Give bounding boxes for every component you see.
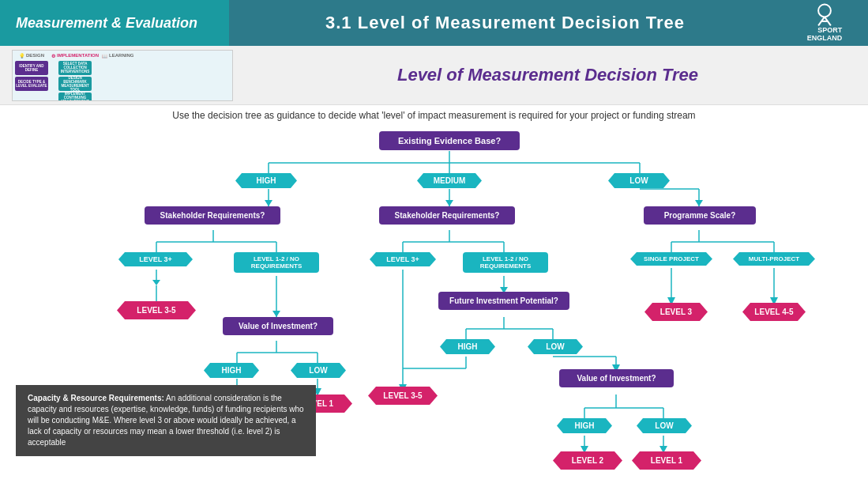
phase-impl: ⚙ IMPLEMENTATION bbox=[51, 53, 99, 59]
svg-marker-72 bbox=[659, 446, 667, 451]
node-low-mid: LOW bbox=[528, 339, 583, 354]
node-high-mid: HIGH bbox=[440, 339, 495, 354]
node-high-right: HIGH bbox=[557, 418, 612, 433]
node-high: HIGH bbox=[235, 173, 297, 188]
logo-icon bbox=[809, 3, 840, 27]
svg-marker-13 bbox=[445, 200, 453, 206]
nav-box-1: IDENTIFY AND DEFINE bbox=[15, 61, 48, 75]
svg-marker-23 bbox=[152, 280, 160, 285]
node-future-invest: Future Investment Potential? bbox=[438, 292, 569, 310]
header-right: SPORT ENGLAND bbox=[781, 0, 868, 46]
header-title: Measurement & Evaluation bbox=[16, 15, 197, 32]
node-single-project: SINGLE PROJECT bbox=[630, 252, 712, 266]
node-high-left: HIGH bbox=[204, 363, 259, 378]
phase-design: 💡 DESIGN bbox=[19, 53, 44, 59]
node-low: LOW bbox=[608, 173, 670, 188]
page-title: Level of Measurement Decision Tree bbox=[397, 65, 698, 85]
node-level3plus-mid: LEVEL 3+ bbox=[370, 252, 436, 266]
logo-text: SPORT ENGLAND bbox=[807, 27, 843, 43]
node-multi-project: MULTI-PROJECT bbox=[733, 252, 815, 266]
header-center: 3.1 Level of Measurement Decision Tree bbox=[229, 0, 781, 46]
nav-thumbnail: 💡 DESIGN IDENTIFY AND DEFINE DECIDE TYPE… bbox=[12, 50, 233, 101]
node-level3plus-left: LEVEL 3+ bbox=[118, 252, 193, 266]
svg-point-0 bbox=[818, 5, 831, 17]
svg-marker-70 bbox=[581, 446, 588, 451]
node-level12-mid: LEVEL 1-2 / NO REQUIREMENTS bbox=[463, 252, 548, 273]
nav-box-5: IMPLEMENT CONTINUING MEASUREMENT STUDIES bbox=[58, 92, 92, 101]
node-level45: LEVEL 4-5 bbox=[742, 303, 806, 321]
node-low-left: LOW bbox=[291, 363, 346, 378]
node-value-invest-left: Value of Investment? bbox=[223, 317, 333, 335]
bottom-note: Capacity & Resource Requirements: An add… bbox=[16, 385, 316, 456]
node-level2-right: LEVEL 2 bbox=[553, 451, 622, 470]
header: Measurement & Evaluation 3.1 Level of Me… bbox=[0, 0, 868, 46]
header-center-title: 3.1 Level of Measurement Decision Tree bbox=[325, 13, 685, 33]
nav-box-3: SELECT DATA COLLECTION INTERVENTIONS bbox=[58, 61, 92, 75]
node-stakeholder-left: Stakeholder Requirements? bbox=[145, 206, 280, 225]
main-content: Use the decision tree as guidance to dec… bbox=[0, 105, 868, 458]
node-medium: MEDIUM bbox=[417, 173, 482, 188]
node-low-right: LOW bbox=[637, 418, 692, 433]
header-left: Measurement & Evaluation bbox=[0, 0, 229, 46]
node-value-invest-right: Value of Investment? bbox=[559, 369, 674, 387]
node-level12-left: LEVEL 1-2 / NO REQUIREMENTS bbox=[234, 252, 319, 273]
svg-marker-11 bbox=[265, 200, 272, 206]
page-title-section: Level of Measurement Decision Tree bbox=[239, 65, 856, 85]
node-root: Existing Evidence Base? bbox=[379, 131, 520, 150]
node-level1-right: LEVEL 1 bbox=[632, 451, 701, 470]
subtitle: Use the decision tree as guidance to dec… bbox=[16, 110, 852, 121]
svg-marker-26 bbox=[272, 311, 280, 317]
node-level35-mid: LEVEL 3-5 bbox=[368, 387, 438, 405]
node-level35-left: LEVEL 3-5 bbox=[117, 301, 196, 319]
nav-box-4: DESIGN BENCHMARK MEASUREMENT TOOL bbox=[58, 77, 92, 91]
nav-strip: 💡 DESIGN IDENTIFY AND DEFINE DECIDE TYPE… bbox=[0, 46, 868, 105]
sport-england-logo: SPORT ENGLAND bbox=[807, 3, 843, 43]
phase-learn: 📖 LEARNING bbox=[102, 53, 133, 59]
node-programme-scale: Programme Scale? bbox=[644, 206, 756, 225]
bottom-note-bold: Capacity & Resource Requirements: bbox=[28, 394, 164, 402]
node-stakeholder-mid: Stakeholder Requirements? bbox=[379, 206, 515, 225]
node-level3: LEVEL 3 bbox=[644, 303, 708, 321]
svg-marker-16 bbox=[695, 200, 703, 206]
nav-box-2: DECIDE TYPE & LEVEL EVALUATE bbox=[15, 77, 48, 91]
